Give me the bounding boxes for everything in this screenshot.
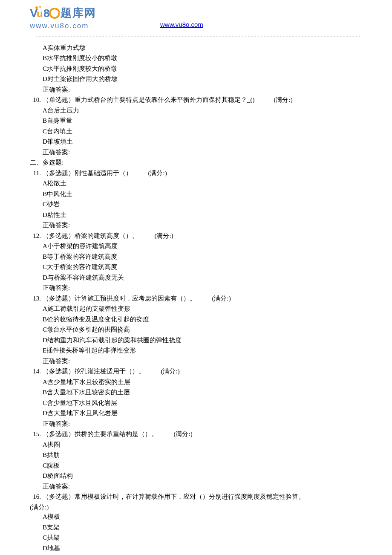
question-number: 13. — [30, 294, 43, 304]
svg-text:u: u — [37, 8, 43, 19]
option-line: D桥面结构 — [30, 471, 362, 481]
option-line: A松散土 — [30, 179, 362, 188]
question-text: （多选题）计算施工预拱度时，应考虑的因素有（）。 (满分:) — [43, 294, 362, 304]
question-line: 10.（单选题）重力式桥台的主要特点是依靠什么来平衡外力而保持其稳定？_() (… — [30, 95, 362, 105]
question-line: 12.（多选题）桥梁的建筑高度（）。 (满分:) — [30, 231, 362, 241]
score-label: (满分:) — [132, 170, 167, 176]
option-line: C拱架 — [30, 533, 362, 543]
option-line: C墩台水平位多引起的拱圈挠高 — [30, 325, 362, 335]
option-line: B拱肋 — [30, 450, 362, 460]
logo: V u 8 题库网 www.vu8o.com — [30, 4, 96, 32]
logo-url-text: www.vu8o.com — [30, 20, 96, 32]
option-line: A实体重力式墩 — [30, 43, 362, 53]
svg-point-3 — [39, 6, 41, 8]
question-number: 15. — [30, 429, 43, 439]
score-label: (满分:) — [158, 431, 193, 437]
option-line: D地基 — [30, 543, 362, 553]
logo-top: V u 8 题库网 — [30, 4, 96, 21]
option-line: D粘性土 — [30, 210, 362, 220]
logo-graphic-icon: V u 8 — [30, 4, 60, 21]
logo-text-cn: 题库网 — [61, 5, 96, 21]
answer-line: 正确答案: — [30, 85, 362, 95]
question-number: 14. — [30, 367, 43, 376]
question-line: 16.（多选题）常用模板设计时，在计算荷载作用下，应对（）分别进行强度刚度及稳定… — [30, 492, 362, 502]
option-line: E插件接头桥等引起的非弹性变形 — [30, 346, 362, 356]
option-line: C水平抗推刚度较大的桥墩 — [30, 64, 362, 74]
question-text: （多选题）拱桥的主要承重结构是（）。 (满分:) — [43, 429, 362, 439]
page-header: V u 8 题库网 www.vu8o.com www.vu8o.com — [0, 0, 392, 32]
option-line: B砼的收缩待变及温度变化引起的挠度 — [30, 315, 362, 324]
content: A实体重力式墩B水平抗推刚度较小的桥墩C水平抗推刚度较大的桥墩D对主梁嵌固作用大… — [0, 43, 392, 555]
option-line: D结构重力和汽车荷载引起的梁和拱圈的弹性挠度 — [30, 335, 362, 345]
question-number: 12. — [30, 231, 43, 241]
option-line: B等于桥梁的容许建筑高度 — [30, 252, 362, 262]
svg-point-2 — [35, 6, 38, 9]
question-line: 11.（多选题）刚性基础适用于（） (满分:) — [30, 168, 362, 178]
score-label: (满分:) — [255, 96, 293, 103]
divider: ----------------------------------------… — [35, 32, 362, 40]
answer-line: 正确答案: — [30, 147, 362, 157]
option-line: A施工荷载引起的支架弹性变形 — [30, 304, 362, 314]
option-line: A含少量地下水且较密实的土层 — [30, 377, 362, 387]
option-line: C大于桥梁的容许建筑高度 — [30, 262, 362, 272]
question-line: 13.（多选题）计算施工预拱度时，应考虑的因素有（）。 (满分:) — [30, 294, 362, 304]
option-line: A模板 — [30, 512, 362, 522]
question-text: （多选题）常用模板设计时，在计算荷载作用下，应对（）分别进行强度刚度及稳定性验算… — [43, 492, 362, 502]
answer-line: 正确答案: — [30, 419, 362, 429]
score-line: (满分:) — [30, 503, 362, 512]
svg-point-5 — [50, 9, 59, 18]
option-line: A小于桥梁的容许建筑高度 — [30, 241, 362, 251]
option-line: D与桥梁不容许建筑高度无关 — [30, 273, 362, 283]
option-line: C台内填土 — [30, 127, 362, 136]
svg-text:8: 8 — [43, 7, 49, 20]
question-text: （单选题）重力式桥台的主要特点是依靠什么来平衡外力而保持其稳定？_() (满分:… — [43, 95, 362, 105]
answer-line: 正确答案: — [30, 283, 362, 293]
question-line: 15.（多选题）拱桥的主要承重结构是（）。 (满分:) — [30, 429, 362, 439]
answer-line: 正确答案: — [30, 482, 362, 491]
option-line: B含大量地下水且较密实的土层 — [30, 387, 362, 397]
answer-line: 正确答案: — [30, 356, 362, 366]
question-text: （多选题）桥梁的建筑高度（）。 (满分:) — [43, 231, 362, 241]
answer-line: 正确答案: — [30, 220, 362, 230]
section-header: 二、多选题: — [30, 158, 362, 168]
option-line: A台后土压力 — [30, 106, 362, 116]
question-line: 14.（多选题）挖孔灌注桩适用于（）。 (满分:) — [30, 367, 362, 376]
option-line: B中风化土 — [30, 189, 362, 199]
question-text: （多选题）挖孔灌注桩适用于（）。 (满分:) — [43, 367, 362, 376]
option-line: D锥坡填土 — [30, 137, 362, 147]
option-line: B支架 — [30, 523, 362, 532]
score-label: (满分:) — [138, 232, 173, 239]
score-label: (满分:) — [196, 295, 231, 302]
option-line: C腹板 — [30, 461, 362, 471]
option-line: B自身重量 — [30, 116, 362, 126]
option-line: C砂岩 — [30, 199, 362, 209]
option-line: A拱圈 — [30, 440, 362, 450]
question-number: 10. — [30, 95, 43, 105]
header-link[interactable]: www.vu8o.com — [160, 20, 203, 30]
question-number: 11. — [30, 168, 43, 178]
question-text: （多选题）刚性基础适用于（） (满分:) — [43, 168, 362, 178]
option-line: C含少量地下水且风化岩层 — [30, 398, 362, 408]
option-line: D对主梁嵌固作用大的桥墩 — [30, 74, 362, 84]
score-label: (满分:) — [145, 368, 180, 375]
option-line: D含大量地下水且风化岩层 — [30, 408, 362, 418]
option-line: B水平抗推刚度较小的桥墩 — [30, 53, 362, 63]
question-number: 16. — [30, 492, 43, 502]
